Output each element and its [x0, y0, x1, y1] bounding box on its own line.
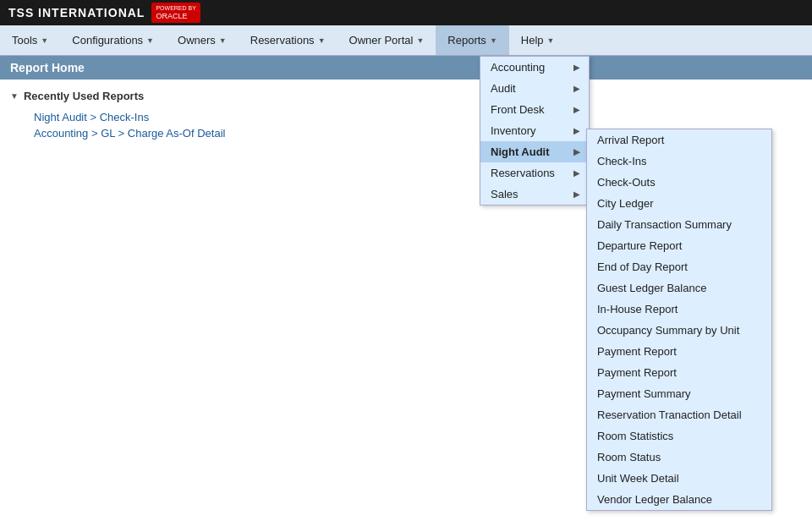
night-audit-submenu: Arrival ReportCheck-InsCheck-OutsCity Le… — [586, 129, 772, 511]
chevron-down-icon: ▼ — [416, 36, 424, 45]
nav-owner-portal[interactable]: Owner Portal ▼ — [337, 25, 436, 55]
night-audit-item-17[interactable]: Vendor Ledger Balance — [587, 489, 771, 510]
night-audit-item-13[interactable]: Reservation Tranaction Detail — [587, 404, 771, 425]
night-audit-item-10[interactable]: Payment Report — [587, 341, 771, 362]
chevron-down-icon: ▼ — [219, 36, 227, 45]
chevron-right-icon: ▶ — [573, 126, 580, 135]
night-audit-item-14[interactable]: Room Statistics — [587, 425, 771, 447]
dd-inventory[interactable]: Inventory ▶ — [480, 120, 589, 141]
chevron-down-icon: ▼ — [547, 36, 555, 45]
brand-bar: TSS INTERNATIONAL POWERED BY ORACLE — [0, 0, 812, 25]
dd-accounting[interactable]: Accounting ▶ — [480, 57, 589, 78]
chevron-right-icon: ▶ — [573, 147, 580, 156]
night-audit-item-8[interactable]: In-House Report — [587, 299, 771, 320]
chevron-right-icon: ▶ — [573, 105, 580, 114]
dd-audit[interactable]: Audit ▶ — [480, 78, 589, 99]
oracle-badge: POWERED BY ORACLE — [151, 3, 200, 24]
brand-name: TSS INTERNATIONAL — [8, 6, 145, 19]
night-audit-item-7[interactable]: Guest Ledger Balance — [587, 277, 771, 299]
chevron-right-icon: ▶ — [573, 84, 580, 93]
night-audit-item-12[interactable]: Payment Summary — [587, 383, 771, 404]
section-title: Recently Used Reports — [24, 90, 144, 102]
dd-night-audit[interactable]: Night Audit ▶ — [480, 141, 589, 162]
chevron-down-icon: ▼ — [490, 36, 497, 45]
recently-used-header[interactable]: ▼ Recently Used Reports — [10, 90, 802, 102]
expand-icon: ▼ — [10, 91, 19, 101]
nav-help[interactable]: Help ▼ — [509, 25, 567, 55]
nav-bar: Tools ▼ Configurations ▼ Owners ▼ Reserv… — [0, 25, 812, 56]
night-audit-item-1[interactable]: Check-Ins — [587, 151, 771, 172]
night-audit-item-0[interactable]: Arrival Report — [587, 129, 771, 151]
chevron-right-icon: ▶ — [573, 189, 580, 199]
nav-tools[interactable]: Tools ▼ — [0, 25, 60, 55]
chevron-right-icon: ▶ — [573, 63, 580, 72]
night-audit-item-11[interactable]: Payment Report — [587, 362, 771, 383]
night-audit-item-9[interactable]: Occupancy Summary by Unit — [587, 320, 771, 341]
nav-reservations[interactable]: Reservations ▼ — [239, 25, 337, 55]
reports-dropdown: Accounting ▶ Audit ▶ Front Desk ▶ Invent… — [480, 56, 590, 206]
night-audit-item-2[interactable]: Check-Outs — [587, 172, 771, 193]
night-audit-item-3[interactable]: City Ledger — [587, 193, 771, 214]
nav-configurations[interactable]: Configurations ▼ — [60, 25, 166, 55]
nav-reports[interactable]: Reports ▼ — [436, 25, 508, 55]
night-audit-item-6[interactable]: End of Day Report — [587, 256, 771, 277]
night-audit-item-15[interactable]: Room Status — [587, 447, 771, 468]
chevron-down-icon: ▼ — [318, 36, 326, 45]
chevron-right-icon: ▶ — [573, 168, 580, 178]
night-audit-item-16[interactable]: Unit Week Detail — [587, 468, 771, 489]
page-title: Report Home — [0, 56, 812, 80]
report-link-night-audit-checkins[interactable]: Night Audit > Check-Ins — [10, 109, 802, 125]
dd-reservations[interactable]: Reservations ▶ — [480, 162, 589, 184]
nav-owners[interactable]: Owners ▼ — [166, 25, 239, 55]
night-audit-item-4[interactable]: Daily Transaction Summary — [587, 214, 771, 235]
dd-front-desk[interactable]: Front Desk ▶ — [480, 99, 589, 120]
chevron-down-icon: ▼ — [146, 36, 154, 45]
night-audit-item-5[interactable]: Departure Report — [587, 235, 771, 256]
dd-sales[interactable]: Sales ▶ — [480, 184, 589, 205]
chevron-down-icon: ▼ — [41, 36, 48, 45]
